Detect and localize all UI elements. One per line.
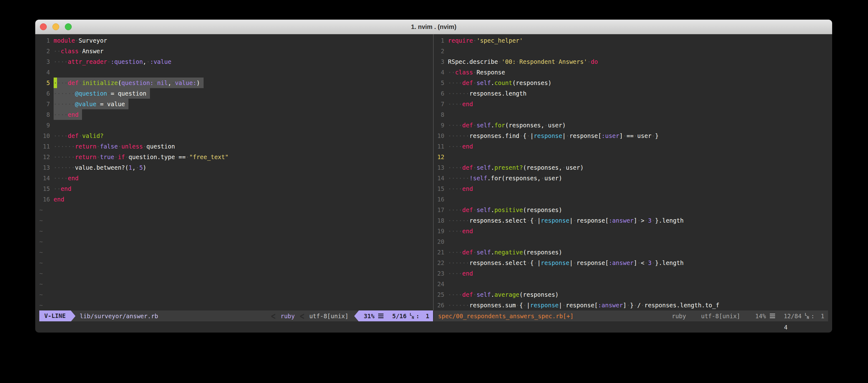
code-line-text: ··end	[54, 183, 71, 194]
line-number-icon: LN	[410, 313, 414, 319]
traffic-lights	[40, 23, 72, 30]
line-number: 5	[39, 77, 50, 88]
line-number: 7	[434, 99, 444, 109]
code-line: 17····def·self.positive(responses)	[434, 205, 828, 215]
line-number: 26	[434, 300, 444, 310]
line-number: 3	[39, 56, 50, 67]
tilde-marker: ~	[39, 289, 43, 300]
line-number: 10	[434, 131, 444, 141]
line-number: 1	[434, 35, 444, 46]
empty-line: ~	[39, 268, 433, 279]
code-line: 24	[434, 279, 828, 289]
empty-line: ~	[39, 247, 433, 257]
code-line: 15····end	[434, 183, 828, 194]
code-line: 11····end	[434, 141, 828, 152]
close-button[interactable]	[40, 23, 47, 30]
tilde-marker: ~	[39, 257, 43, 268]
code-line: 23····end	[434, 268, 828, 279]
line-number: 13	[39, 162, 50, 173]
empty-line: ~	[39, 300, 433, 310]
left-statusline[interactable]: V-LINE lib/surveyor/answer.rb < ruby < u…	[39, 310, 433, 321]
code-line: 5····def·initialize(question:·nil,·value…	[39, 77, 433, 88]
line-number: 4	[434, 67, 444, 77]
code-line-text: ··class·Response	[448, 67, 505, 77]
code-line-text: require·'spec_helper'	[448, 35, 523, 46]
code-line: 2··class·Answer	[39, 46, 433, 56]
code-line-text: ······responses.select·{·|response|·resp…	[448, 215, 684, 226]
scroll-percent: 14%	[755, 313, 766, 319]
tilde-marker: ~	[39, 300, 43, 310]
empty-line: ~	[39, 226, 433, 236]
window-titlebar[interactable]: 1. nvim . (nvim)	[35, 20, 832, 34]
line-number: 24	[434, 279, 444, 289]
line-number: 13	[434, 162, 444, 173]
tilde-marker: ~	[39, 226, 43, 236]
line-number: 25	[434, 289, 444, 300]
code-line: 2	[434, 46, 828, 56]
code-line: 7····end	[434, 99, 828, 109]
code-line: 16	[434, 194, 828, 205]
tilde-marker: ~	[39, 268, 43, 279]
line-number: 7	[39, 99, 50, 109]
code-line-text: ····end	[54, 173, 79, 183]
line-number: 2	[434, 46, 444, 56]
line-number: 14	[434, 173, 444, 183]
code-line: 13····def·self.present?(responses,·user)	[434, 162, 828, 173]
line-number: 19	[434, 226, 444, 236]
minimize-button[interactable]	[52, 23, 59, 30]
code-line-text: end	[54, 194, 64, 205]
nvim-splits: 1module·Surveyor2··class·Answer3····attr…	[39, 34, 828, 321]
code-line: 22······responses.select·{·|response|·re…	[434, 257, 828, 268]
terminal-content: 1module·Surveyor2··class·Answer3····attr…	[35, 34, 832, 332]
line-number: 4	[39, 67, 50, 77]
mode-indicator: V-LINE	[39, 310, 71, 321]
code-line-text: ····def·initialize(question:·nil,·value:…	[54, 77, 204, 88]
code-line: 4	[39, 67, 433, 77]
code-line: 26······responses.sum·{·|response|·respo…	[434, 300, 828, 310]
left-pane-code[interactable]: 1module·Surveyor2··class·Answer3····attr…	[39, 34, 433, 310]
code-line: 25····def·self.average(responses)	[434, 289, 828, 300]
cursor-block: ·	[54, 77, 57, 88]
code-line-text: ····def·self.present?(responses,·user)	[448, 162, 584, 173]
command-line: 4	[39, 321, 828, 332]
inactive-filename: spec/00_respondents_answers_spec.rb[+]	[438, 313, 574, 319]
code-line: 10····def·valid?	[39, 131, 433, 141]
empty-line: ~	[39, 257, 433, 268]
code-line: 16end	[39, 194, 433, 205]
code-line: 6······responses.length	[434, 88, 828, 99]
right-statusline[interactable]: spec/00_respondents_answers_spec.rb[+] r…	[434, 310, 828, 321]
screen: { "window": { "title": "1. nvim . (nvim)…	[0, 0, 868, 383]
code-line-text: ····end	[448, 141, 473, 152]
right-pane-code[interactable]: 1require·'spec_helper'23RSpec.describe·'…	[434, 34, 828, 310]
powerline-separator-icon	[354, 310, 359, 321]
line-number: 8	[434, 109, 444, 120]
code-line: 15··end	[39, 183, 433, 194]
code-line-text: ······@value·=·value	[54, 99, 129, 109]
code-line-text: ······return·true·if·question.type·==·"f…	[54, 152, 228, 162]
tilde-marker: ~	[39, 236, 43, 247]
thin-separator-icon: <	[271, 310, 275, 321]
code-line-text: ····end	[54, 109, 82, 120]
code-line-text: ······@question·=·question	[54, 88, 150, 99]
code-line: 12	[434, 152, 828, 162]
line-number: 21	[434, 247, 444, 257]
zoom-button[interactable]	[65, 23, 72, 30]
tilde-marker: ~	[39, 247, 43, 257]
code-line-text: ····def·valid?	[54, 131, 103, 141]
code-line-text: ······responses.length	[448, 88, 527, 99]
code-line: 1module·Surveyor	[39, 35, 433, 46]
line-number: 5	[434, 77, 444, 88]
code-line: 3····attr_reader·:question,·:value	[39, 56, 433, 67]
code-line-text: ······responses.find·{·|response|·respon…	[448, 131, 659, 141]
line-number: 9	[434, 120, 444, 131]
thin-separator-icon: <	[300, 310, 304, 321]
empty-line: ~	[39, 215, 433, 226]
code-line-text: ······return·false·unless·question	[54, 141, 175, 152]
line-number: 15	[434, 183, 444, 194]
inactive-statusline-right: ruby utf-8[unix] 14% 12/84 LN : 1	[672, 313, 828, 319]
line-number: 6	[434, 88, 444, 99]
code-line-text: ····attr_reader·:question,·:value	[54, 56, 172, 67]
code-line-text: ······!self.for(responses,·user)	[448, 173, 562, 183]
tilde-marker: ~	[39, 215, 43, 226]
window-title: 1. nvim . (nvim)	[35, 23, 832, 31]
